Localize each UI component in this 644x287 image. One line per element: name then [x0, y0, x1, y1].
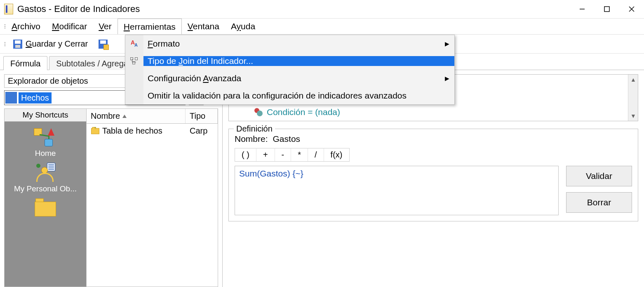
op-paren-button[interactable]: ( ): [235, 148, 256, 161]
join-type-icon: [130, 57, 139, 65]
definition-name-value: Gastos: [273, 134, 301, 144]
definition-name-label: Nombre:: [235, 134, 268, 144]
tab-formula[interactable]: Fórmula: [3, 56, 47, 70]
maximize-button[interactable]: [595, 1, 619, 17]
definition-group: Definición Nombre: Gastos ( ) + - * / f(…: [228, 129, 638, 221]
explorer-combo-value: Hechos: [19, 92, 52, 104]
fact-folder-icon: [5, 92, 17, 104]
operator-toolbar: ( ) + - * / f(x): [235, 148, 350, 162]
folder-icon: [33, 198, 58, 216]
condition-icon: [254, 108, 263, 116]
menu-ayuda[interactable]: Ayuda: [225, 19, 261, 34]
shortcut-home-label: Home: [35, 149, 56, 158]
list-item-type: Carp: [186, 124, 218, 138]
menu-bar: Archivo Modificar Ver Herramientas Venta…: [0, 18, 644, 35]
minimize-button[interactable]: [570, 1, 595, 17]
list-item[interactable]: Tabla de hechos Carp: [87, 124, 218, 138]
tab-subtotales[interactable]: Subtotales / Agrega: [49, 56, 135, 70]
list-item-name: Tabla de hechos: [102, 126, 162, 136]
app-icon: [4, 4, 13, 14]
op-divide-button[interactable]: /: [308, 148, 324, 161]
shortcut-home[interactable]: Home: [33, 127, 58, 158]
list-header-tipo[interactable]: Tipo: [186, 109, 218, 123]
menu-item-formato[interactable]: Formato ▶: [125, 35, 454, 52]
save-as-icon: [99, 40, 108, 49]
clear-button[interactable]: Borrar: [566, 192, 632, 213]
definition-legend: Definición: [234, 124, 275, 134]
op-fx-button[interactable]: f(x): [324, 148, 349, 161]
menu-modificar[interactable]: Modificar: [46, 19, 93, 34]
menu-ventana[interactable]: Ventana: [182, 19, 225, 34]
op-plus-button[interactable]: +: [256, 148, 275, 161]
save-icon: [13, 40, 22, 49]
list-header-nombre[interactable]: Nombre: [87, 109, 186, 123]
format-icon: [131, 40, 138, 47]
explorer-list: Nombre Tipo Tabla de hechos Carp: [87, 108, 218, 287]
menu-item-skip-validation[interactable]: Omitir la validación para la configuraci…: [125, 87, 454, 104]
home-icon: [33, 127, 58, 147]
sort-asc-icon: [122, 115, 127, 118]
shortcut-personal-objects[interactable]: My Personal Ob...: [14, 162, 77, 193]
title-bar: Gastos - Editor de Indicadores: [0, 0, 644, 18]
submenu-arrow-icon: ▶: [440, 75, 454, 82]
menu-ver[interactable]: Ver: [93, 19, 118, 34]
personal-objects-icon: [33, 162, 58, 183]
menu-item-advanced-config[interactable]: Configuración Avanzada ▶: [125, 70, 454, 87]
submenu-arrow-icon: ▶: [440, 40, 454, 47]
save-and-close-button[interactable]: Guardar y Cerrar: [10, 38, 91, 49]
vertical-scrollbar[interactable]: [628, 75, 638, 121]
tree-condition[interactable]: Condición = (nada): [243, 106, 635, 118]
tools-dropdown: Formato ▶ Tipo de Join del Indicador... …: [125, 35, 455, 105]
op-multiply-button[interactable]: *: [291, 148, 308, 161]
op-minus-button[interactable]: -: [275, 148, 291, 161]
validate-button[interactable]: Validar: [566, 166, 632, 186]
shortcut-personal-label: My Personal Ob...: [14, 184, 77, 193]
menu-archivo[interactable]: Archivo: [6, 19, 46, 34]
menu-item-join-type[interactable]: Tipo de Join del Indicador...: [125, 52, 454, 70]
formula-input[interactable]: Sum(Gastos) {~}: [235, 166, 559, 215]
shortcuts-header: My Shortcuts: [5, 109, 86, 122]
menu-herramientas[interactable]: Herramientas: [118, 19, 182, 34]
shortcut-folder[interactable]: [33, 198, 58, 216]
save-as-button[interactable]: [95, 39, 111, 49]
svg-rect-1: [604, 7, 609, 12]
toolbar-grip[interactable]: [3, 42, 6, 46]
folder-icon: [91, 128, 99, 134]
close-button[interactable]: [619, 1, 644, 17]
window-title: Gastos - Editor de Indicadores: [17, 4, 140, 14]
shortcuts-panel: My Shortcuts Home My Personal Ob...: [4, 108, 87, 287]
